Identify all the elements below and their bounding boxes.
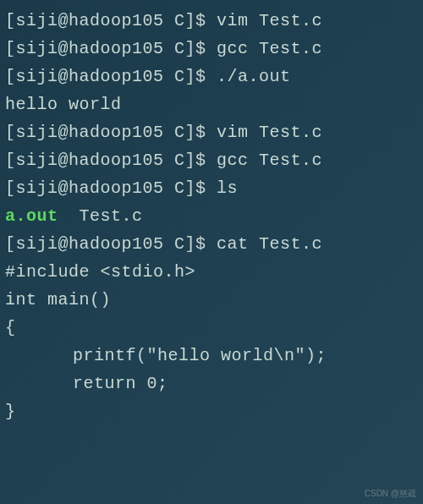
code-text: { — [5, 318, 16, 337]
source-line: #include <stdio.h> — [5, 258, 418, 286]
code-text: return 0; — [73, 374, 168, 393]
file-list: Test.c — [58, 206, 143, 226]
source-line: printf("hello world\n"); — [5, 342, 418, 370]
code-text: int main() — [5, 290, 111, 310]
prompt: [siji@hadoop105 C]$ — [5, 67, 217, 86]
source-line: } — [5, 397, 418, 425]
command-text: vim Test.c — [217, 123, 322, 142]
terminal-line: [siji@hadoop105 C]$ cat Test.c — [5, 230, 418, 258]
executable-file: a.out — [5, 206, 58, 226]
command-text: gcc Test.c — [217, 39, 322, 58]
code-text: } — [5, 402, 16, 421]
source-line: int main() — [5, 286, 418, 314]
prompt: [siji@hadoop105 C]$ — [5, 11, 217, 30]
terminal-line: [siji@hadoop105 C]$ ls — [5, 174, 418, 202]
prompt: [siji@hadoop105 C]$ — [5, 123, 217, 142]
prompt: [siji@hadoop105 C]$ — [5, 151, 217, 170]
watermark: CSDN @慈疏 — [365, 487, 416, 501]
terminal-line: [siji@hadoop105 C]$ vim Test.c — [5, 7, 418, 35]
ls-output: a.out Test.c — [5, 202, 418, 230]
source-line: { — [5, 314, 418, 342]
terminal-line: [siji@hadoop105 C]$ gcc Test.c — [5, 146, 418, 174]
terminal-output: hello world — [5, 90, 418, 118]
code-text: #include <stdio.h> — [5, 262, 195, 282]
command-text: gcc Test.c — [217, 151, 322, 170]
command-text: vim Test.c — [217, 11, 322, 30]
terminal-line: [siji@hadoop105 C]$ vim Test.c — [5, 118, 418, 146]
code-text: printf("hello world\n"); — [73, 346, 327, 365]
terminal-line: [siji@hadoop105 C]$ gcc Test.c — [5, 35, 418, 63]
terminal-line: [siji@hadoop105 C]$ ./a.out — [5, 63, 418, 90]
source-line: return 0; — [5, 370, 418, 397]
output-text: hello world — [5, 95, 122, 114]
prompt: [siji@hadoop105 C]$ — [5, 234, 217, 254]
command-text: ./a.out — [217, 67, 291, 86]
prompt: [siji@hadoop105 C]$ — [5, 39, 217, 58]
command-text: ls — [217, 178, 238, 198]
command-text: cat Test.c — [217, 234, 322, 254]
prompt: [siji@hadoop105 C]$ — [5, 178, 217, 198]
